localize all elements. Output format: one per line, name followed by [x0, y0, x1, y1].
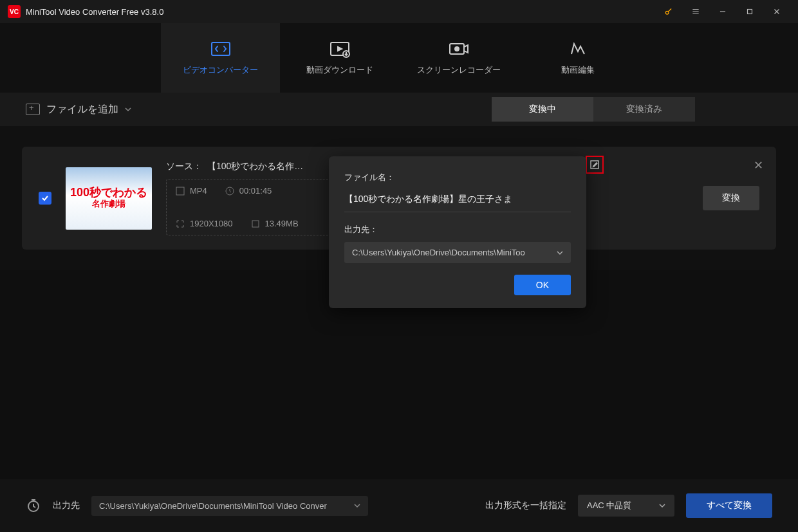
tab-recorder[interactable]: スクリーンレコーダー [399, 23, 518, 93]
svg-rect-9 [252, 221, 259, 227]
thumb-text-2: 名作劇場 [92, 198, 125, 210]
upgrade-key-icon[interactable] [655, 0, 682, 23]
popup-filename-label: ファイル名： [344, 172, 571, 183]
add-file-label: ファイルを追加 [46, 103, 118, 116]
tab-recorder-label: スクリーンレコーダー [417, 64, 501, 76]
popup-output-label: 出力先： [344, 224, 571, 235]
popup-output-select[interactable]: C:\Users\Yukiya\OneDrive\Documents\MiniT… [344, 242, 571, 263]
remove-file-icon[interactable]: ✕ [754, 158, 763, 172]
format-icon [176, 187, 185, 196]
close-icon[interactable] [763, 0, 790, 23]
recorder-icon [447, 40, 470, 58]
thumb-text-1: 100秒でわかる [70, 187, 147, 198]
chevron-down-icon [557, 250, 563, 256]
footer-bar: 出力先 C:\Users\Yukiya\OneDrive\Documents\M… [0, 479, 798, 532]
app-title: MiniTool Video Converter Free v3.8.0 [26, 7, 163, 17]
quality-select[interactable]: AAC 中品質 [578, 495, 674, 517]
source-filename: 【100秒でわかる名作… [207, 161, 303, 172]
svg-rect-1 [748, 10, 752, 14]
svg-point-0 [665, 11, 669, 14]
popup-ok-button[interactable]: OK [514, 275, 571, 295]
chevron-down-icon [659, 502, 665, 509]
footer-output-label: 出力先 [53, 500, 80, 511]
sub-toolbar: ファイルを追加 変換中 変換済み [0, 93, 798, 126]
rename-popup: ファイル名： 【100秒でわかる名作劇場】星の王子さま 出力先： C:\User… [329, 156, 586, 308]
footer-batch-label: 出力形式を一括指定 [485, 500, 566, 511]
meta-resolution: 1920X1080 [176, 219, 233, 228]
convert-all-button[interactable]: すべて変換 [686, 493, 772, 518]
file-thumbnail: 100秒でわかる 名作劇場 [66, 167, 152, 230]
footer-output-select[interactable]: C:\Users\Yukiya\OneDrive\Documents\MiniT… [91, 496, 368, 516]
svg-point-6 [455, 47, 459, 51]
tab-converter[interactable]: ビデオコンバーター [161, 23, 280, 93]
chevron-down-icon [354, 502, 360, 509]
tab-converting[interactable]: 変換中 [492, 97, 593, 122]
tab-edit[interactable]: 動画編集 [518, 23, 637, 93]
popup-filename-input[interactable]: 【100秒でわかる名作劇場】星の王子さま [344, 190, 571, 212]
tab-converter-label: ビデオコンバーター [183, 64, 258, 76]
tab-edit-label: 動画編集 [561, 64, 595, 76]
app-logo-icon: VC [8, 5, 21, 18]
converter-icon [209, 40, 232, 58]
convert-button[interactable]: 変換 [703, 186, 759, 210]
meta-size: 13.49MB [251, 219, 299, 228]
clock-icon [225, 187, 234, 196]
svg-rect-2 [212, 42, 230, 55]
resolution-icon [176, 219, 185, 228]
tab-converted[interactable]: 変換済み [593, 97, 695, 122]
download-icon [328, 40, 351, 58]
menu-icon[interactable] [682, 0, 709, 23]
svg-rect-7 [176, 187, 184, 195]
filesize-icon [251, 219, 260, 228]
source-label: ソース： [166, 161, 202, 172]
meta-format: MP4 [176, 186, 207, 196]
status-tabs: 変換中 変換済み [492, 97, 695, 122]
maximize-icon[interactable] [736, 0, 763, 23]
edit-filename-icon[interactable] [586, 156, 604, 174]
meta-duration: 00:01:45 [225, 186, 272, 196]
schedule-icon[interactable] [26, 498, 41, 513]
chevron-down-icon [125, 106, 131, 113]
minimize-icon[interactable] [709, 0, 736, 23]
add-file-icon [26, 104, 40, 115]
file-checkbox[interactable] [39, 192, 51, 205]
tab-download-label: 動画ダウンロード [306, 64, 373, 76]
tab-download[interactable]: 動画ダウンロード [280, 23, 399, 93]
titlebar: VC MiniTool Video Converter Free v3.8.0 [0, 0, 798, 23]
edit-icon [566, 40, 589, 58]
main-tabs: ビデオコンバーター 動画ダウンロード スクリーンレコーダー 動画編集 [0, 23, 798, 93]
add-file-button[interactable]: ファイルを追加 [26, 103, 131, 116]
